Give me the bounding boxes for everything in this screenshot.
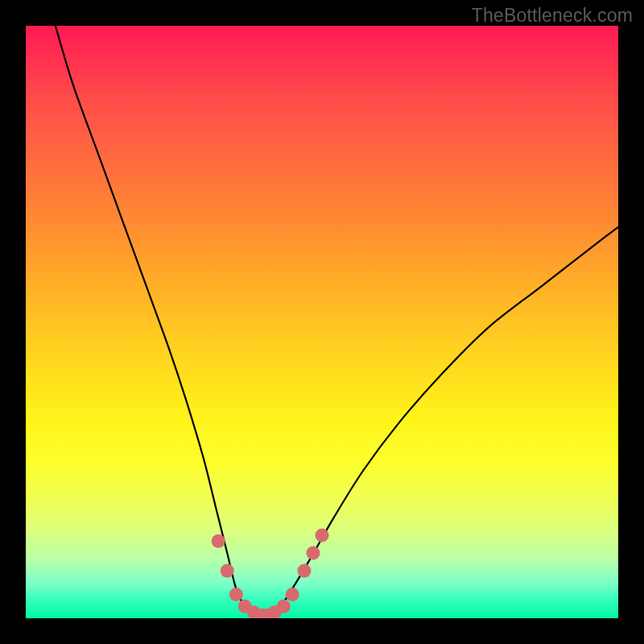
chart-curve xyxy=(56,26,618,617)
highlight-dot xyxy=(286,588,299,601)
highlight-dot xyxy=(229,588,243,601)
chart-plot-area xyxy=(26,26,618,618)
watermark-text: TheBottleneck.com xyxy=(472,5,633,27)
highlight-dot xyxy=(297,564,311,578)
chart-overlay xyxy=(26,26,618,618)
chart-highlight-dots xyxy=(212,528,329,618)
highlight-dot xyxy=(277,600,291,613)
highlight-dot xyxy=(212,535,225,548)
chart-frame: TheBottleneck.com xyxy=(0,0,644,644)
highlight-dot xyxy=(221,564,234,578)
highlight-dot xyxy=(316,528,329,542)
highlight-dot xyxy=(306,547,320,560)
